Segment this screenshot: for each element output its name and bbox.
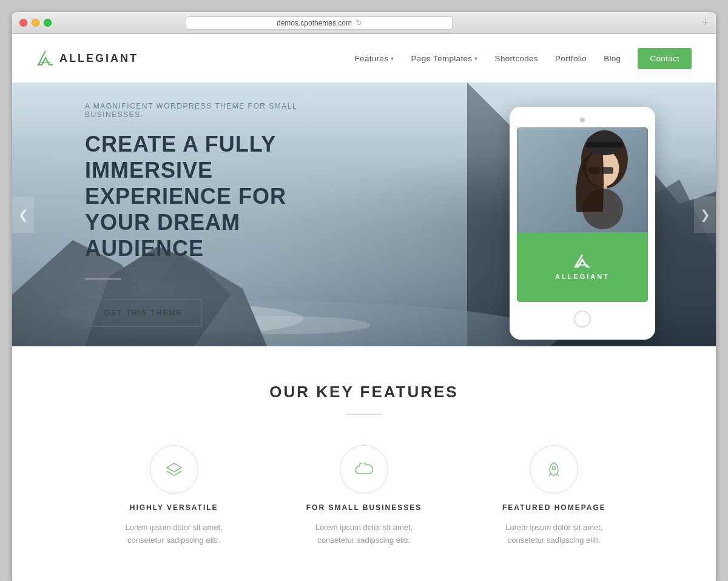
website-content: ALLEGIANT Features Page Templates Shortc… [12, 34, 716, 581]
nav-link-shortcodes[interactable]: Shortcodes [495, 54, 538, 63]
hero-divider [85, 278, 121, 280]
feature-item-versatile: HIGHLY VERSATILE Lorem ipsum dolor sit a… [91, 445, 257, 547]
nav-item-page-templates[interactable]: Page Templates [411, 54, 478, 63]
nav-menu: Features Page Templates Shortcodes Portf… [355, 53, 692, 64]
feature-icon-homepage [530, 445, 578, 494]
nav-link-features[interactable]: Features [355, 54, 394, 63]
nav-link-portfolio[interactable]: Portfolio [555, 54, 587, 63]
nav-item-portfolio[interactable]: Portfolio [555, 53, 587, 64]
address-bar[interactable]: demos.cpothemes.com ↻ [186, 16, 453, 30]
woman-illustration [517, 127, 648, 232]
rocket-icon [546, 462, 562, 477]
feature-desc-businesses: Lorem ipsum dolor sit amet, consetetur s… [297, 522, 431, 547]
browser-window: demos.cpothemes.com ↻ + ALLEGIANT Featur… [12, 12, 716, 581]
logo[interactable]: ALLEGIANT [36, 49, 138, 67]
url-text: demos.cpothemes.com [277, 19, 352, 27]
nav-item-shortcodes[interactable]: Shortcodes [495, 53, 538, 64]
logo-text: ALLEGIANT [59, 52, 138, 65]
nav-link-contact[interactable]: Contact [638, 48, 692, 69]
minimize-button[interactable] [32, 19, 39, 27]
hero-section: ❮ A MAGNIFICENT WORDPRESS THEME FOR SMAL… [12, 82, 716, 346]
hero-prev-arrow[interactable]: ❮ [12, 196, 34, 233]
feature-item-homepage: FEATURED HOMEPAGE Lorem ipsum dolor sit … [471, 445, 637, 547]
features-divider [346, 414, 382, 415]
tablet-outer: ALLEGIANT [510, 107, 655, 340]
cloud-icon [354, 463, 374, 476]
nav-link-blog[interactable]: Blog [604, 54, 621, 63]
browser-titlebar: demos.cpothemes.com ↻ + [12, 12, 716, 34]
tablet-camera [580, 118, 585, 123]
new-tab-button[interactable]: + [702, 16, 709, 29]
hero-next-arrow[interactable]: ❯ [694, 196, 716, 233]
svg-point-21 [553, 467, 556, 470]
feature-icon-businesses [340, 445, 388, 494]
nav-item-blog[interactable]: Blog [604, 53, 621, 64]
tablet-photo [517, 127, 648, 232]
reload-icon[interactable]: ↻ [356, 18, 362, 27]
tablet-brand-bar: ALLEGIANT [517, 232, 648, 302]
features-title: OUR KEY FEATURES [36, 383, 692, 401]
tablet-logo-icon [573, 254, 592, 270]
tablet-screen: ALLEGIANT [517, 127, 648, 302]
hero-subtitle: A MAGNIFICENT WORDPRESS THEME FOR SMALL … [85, 102, 352, 119]
feature-desc-versatile: Lorem ipsum dolor sit amet, consetetur s… [107, 522, 241, 547]
traffic-lights [19, 19, 52, 27]
hero-title: CREATE A FULLY IMMERSIVE EXPERIENCE FOR … [85, 131, 352, 262]
feature-name-businesses: FOR SMALL BUSINESSES [306, 503, 422, 512]
fullscreen-button[interactable] [44, 19, 52, 27]
nav-item-contact[interactable]: Contact [638, 53, 692, 64]
nav-link-page-templates[interactable]: Page Templates [411, 54, 478, 63]
chevron-right-icon: ❯ [700, 207, 710, 222]
nav-item-features[interactable]: Features [355, 54, 394, 63]
close-button[interactable] [19, 19, 27, 27]
feature-name-versatile: HIGHLY VERSATILE [130, 503, 218, 512]
feature-name-homepage: FEATURED HOMEPAGE [502, 503, 606, 512]
features-grid: HIGHLY VERSATILE Lorem ipsum dolor sit a… [91, 445, 637, 547]
tablet-brand-text: ALLEGIANT [555, 273, 610, 280]
chevron-left-icon: ❮ [18, 207, 29, 222]
layers-icon [166, 463, 183, 476]
navbar: ALLEGIANT Features Page Templates Shortc… [12, 34, 716, 82]
hero-cta-button[interactable]: GET THIS THEME [85, 299, 202, 327]
feature-item-businesses: FOR SMALL BUSINESSES Lorem ipsum dolor s… [281, 445, 447, 547]
tablet-home-button [574, 311, 591, 327]
feature-desc-homepage: Lorem ipsum dolor sit amet, consetetur s… [487, 522, 621, 547]
hero-content: A MAGNIFICENT WORDPRESS THEME FOR SMALL … [12, 102, 352, 327]
tablet-mockup: ALLEGIANT [510, 107, 655, 340]
feature-icon-versatile [150, 445, 198, 494]
svg-rect-19 [586, 142, 623, 148]
features-section: OUR KEY FEATURES HIGHLY VERSATILE Lorem … [12, 346, 716, 581]
logo-icon [36, 49, 55, 67]
